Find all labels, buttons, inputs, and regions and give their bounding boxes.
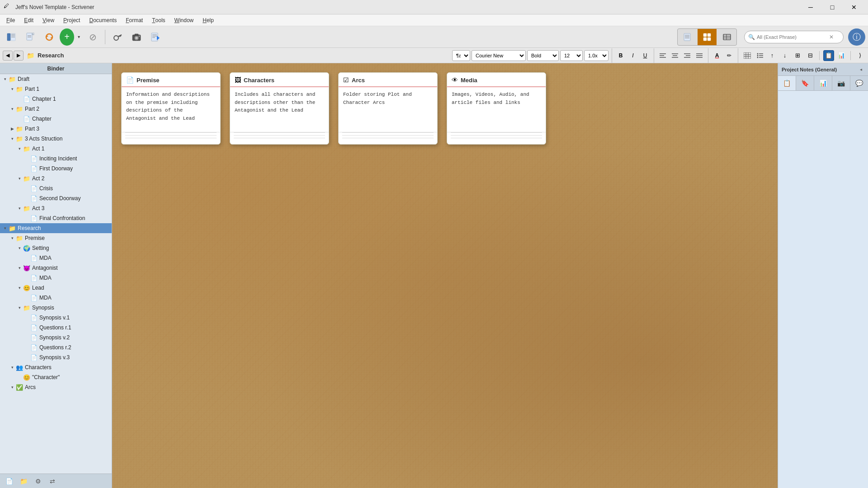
tree-item-inciting[interactable]: ▶📄Inciting Incident xyxy=(0,154,112,164)
align-right-button[interactable] xyxy=(682,50,693,61)
premise-card[interactable]: 📄PremiseInformation and descriptions on … xyxy=(121,72,221,145)
weight-select[interactable]: Bold Regular Italic xyxy=(527,50,559,61)
tree-item-premise[interactable]: ▾📁Premise xyxy=(0,233,112,243)
tree-toggle-synopsis[interactable]: ▾ xyxy=(16,303,23,313)
tree-item-act3[interactable]: ▾📁Act 3 xyxy=(0,203,112,213)
characters-card[interactable]: 🖼CharactersIncludes all characters and d… xyxy=(230,72,329,145)
tree-toggle-arcs[interactable]: ▾ xyxy=(9,382,15,392)
inspector-tab-snapshots[interactable]: 📷 xyxy=(832,76,850,90)
tree-toggle-characters[interactable]: ▾ xyxy=(9,362,15,372)
split-view-button[interactable]: ⊞ xyxy=(792,50,803,61)
highlight-button[interactable]: ✏ xyxy=(724,50,735,61)
menu-format[interactable]: Format xyxy=(121,14,147,26)
move-down-button[interactable]: ↓ xyxy=(779,50,790,61)
add-dropdown[interactable]: ▾ xyxy=(75,28,82,46)
tree-item-arcs[interactable]: ▾✅Arcs xyxy=(0,382,112,392)
binder-scroll[interactable]: ▾📁Draft▾📁Part 1▶📄Chapter 1▾📁Part 2▶📄Chap… xyxy=(0,74,112,474)
right-panel-toggle[interactable]: ◂ xyxy=(857,66,864,73)
move-up-button[interactable]: ↑ xyxy=(767,50,778,61)
menu-tools[interactable]: Tools xyxy=(147,14,170,26)
tree-toggle-setting[interactable]: ▾ xyxy=(16,243,23,253)
media-card[interactable]: 👁MediaImages, Videos, Audio, and article… xyxy=(447,72,546,145)
tree-item-questions-r1[interactable]: ▶📄Questions r.1 xyxy=(0,323,112,333)
tree-item-3acts[interactable]: ▾📁3 Acts Struction xyxy=(0,134,112,144)
tree-item-final-confrontation[interactable]: ▶📄Final Confrontation xyxy=(0,213,112,223)
tree-toggle-antagonist[interactable]: ▾ xyxy=(16,263,23,273)
menu-window[interactable]: Window xyxy=(170,14,198,26)
toolbar-btn-key[interactable] xyxy=(109,28,126,46)
tree-item-second-doorway[interactable]: ▶📄Second Doorway xyxy=(0,193,112,203)
table-button[interactable] xyxy=(741,50,753,61)
tree-item-synopsis[interactable]: ▾📁Synopsis xyxy=(0,303,112,313)
underline-button[interactable]: U xyxy=(640,50,651,61)
close-button[interactable]: ✕ xyxy=(844,0,864,14)
inspector-toggle[interactable]: 📋 xyxy=(823,50,834,61)
tree-item-part2[interactable]: ▾📁Part 2 xyxy=(0,104,112,114)
view-corkboard[interactable] xyxy=(698,29,717,45)
user-button[interactable]: ⓘ xyxy=(848,28,865,46)
tree-toggle-part3[interactable]: ▶ xyxy=(9,124,15,134)
tree-item-questions-r2[interactable]: ▶📄Questions r.2 xyxy=(0,343,112,352)
font-select[interactable]: Courier New xyxy=(472,50,526,61)
tree-item-synopsis-v1[interactable]: ▶📄Synopsis v.1 xyxy=(0,313,112,323)
tree-toggle-act2[interactable]: ▾ xyxy=(16,174,23,183)
nav-forward[interactable]: ▶ xyxy=(14,51,24,61)
binder-nav[interactable]: ⇄ xyxy=(47,476,58,487)
view-outline[interactable] xyxy=(717,29,736,45)
expand-button[interactable]: ⟩ xyxy=(854,50,865,61)
tree-toggle-act3[interactable]: ▾ xyxy=(16,203,23,213)
inspector-tab-notes[interactable]: 📋 xyxy=(778,76,796,90)
tree-item-synopsis-v2[interactable]: ▶📄Synopsis v.2 xyxy=(0,333,112,343)
menu-help[interactable]: Help xyxy=(198,14,218,26)
paragraph-style-select[interactable]: ¶a xyxy=(452,50,470,61)
tree-toggle-act1[interactable]: ▾ xyxy=(16,144,23,154)
text-color-button[interactable]: A xyxy=(712,50,722,61)
tree-item-chapter1[interactable]: ▶📄Chapter 1 xyxy=(0,94,112,104)
tree-item-first-doorway[interactable]: ▶📄First Doorway xyxy=(0,164,112,174)
nav-back[interactable]: ◀ xyxy=(3,51,13,61)
size-select[interactable]: 12 10 11 14 xyxy=(560,50,583,61)
tree-item-character-template[interactable]: ▶😊"Character" xyxy=(0,372,112,382)
align-center-button[interactable] xyxy=(670,50,680,61)
tree-toggle-lead[interactable]: ▾ xyxy=(16,283,23,293)
list-button[interactable] xyxy=(755,50,765,61)
toolbar-btn-binder[interactable] xyxy=(3,28,20,46)
inspector-tab-metadata[interactable]: 📊 xyxy=(814,76,832,90)
toolbar-btn-new[interactable] xyxy=(22,28,39,46)
tree-item-draft[interactable]: ▾📁Draft xyxy=(0,74,112,84)
binder-add-folder[interactable]: 📁 xyxy=(18,476,29,487)
inspector-tab-comments[interactable]: 💬 xyxy=(850,76,868,90)
menu-view[interactable]: View xyxy=(38,14,59,26)
view-single-doc[interactable] xyxy=(678,29,697,45)
tree-toggle-premise[interactable]: ▾ xyxy=(9,233,15,243)
menu-project[interactable]: Project xyxy=(59,14,85,26)
toolbar-btn-no[interactable]: ⊘ xyxy=(84,28,101,46)
toolbar-btn-refresh[interactable] xyxy=(41,28,58,46)
tree-item-part1[interactable]: ▾📁Part 1 xyxy=(0,84,112,94)
tree-item-mda-lead[interactable]: ▶📄MDA xyxy=(0,293,112,303)
tree-item-crisis[interactable]: ▶📄Crisis xyxy=(0,183,112,193)
tree-item-characters[interactable]: ▾👥Characters xyxy=(0,362,112,372)
tree-item-act2[interactable]: ▾📁Act 2 xyxy=(0,174,112,183)
vertical-split-button[interactable]: ⊟ xyxy=(805,50,816,61)
search-clear[interactable]: ✕ xyxy=(829,34,834,40)
tree-item-lead[interactable]: ▾😊Lead xyxy=(0,283,112,293)
bold-button[interactable]: B xyxy=(615,50,626,61)
align-justify-button[interactable] xyxy=(694,50,705,61)
tree-item-mda-setting[interactable]: ▶📄MDA xyxy=(0,253,112,263)
menu-file[interactable]: File xyxy=(2,14,19,26)
tree-item-synopsis-v3[interactable]: ▶📄Synopsis v.3 xyxy=(0,352,112,362)
toolbar-btn-export[interactable] xyxy=(147,28,164,46)
tree-item-chapter[interactable]: ▶📄Chapter xyxy=(0,114,112,124)
binder-settings[interactable]: ⚙ xyxy=(33,476,43,487)
search-input[interactable] xyxy=(757,34,829,40)
tree-item-antagonist[interactable]: ▾😈Antagonist xyxy=(0,263,112,273)
inspector-toggle-2[interactable]: 📊 xyxy=(836,50,847,61)
tree-toggle-part2[interactable]: ▾ xyxy=(9,104,15,114)
arcs-card[interactable]: ☑ArcsFolder storing Plot and Character A… xyxy=(338,72,438,145)
spacing-select[interactable]: 1.0x 1.5x 2.0x xyxy=(584,50,609,61)
binder-add-doc[interactable]: 📄 xyxy=(4,476,14,487)
tree-toggle-draft[interactable]: ▾ xyxy=(2,74,8,84)
tree-item-setting[interactable]: ▾🌍Setting xyxy=(0,243,112,253)
corkboard-area[interactable]: 📄PremiseInformation and descriptions on … xyxy=(112,63,778,488)
